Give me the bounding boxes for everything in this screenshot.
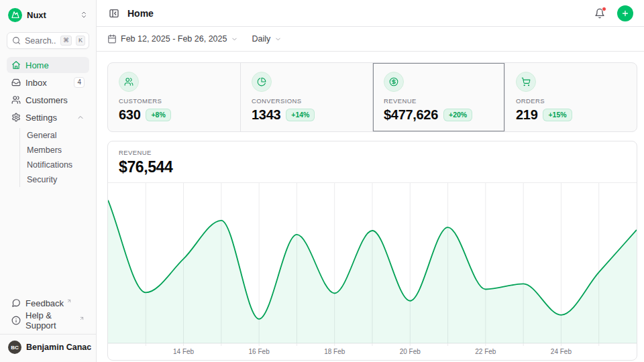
stat-label: REVENUE [384,97,494,105]
stat-value: $477,626 [384,107,438,123]
stat-card-conversions[interactable]: CONVERSIONS 1343 +14% [240,63,372,131]
kbd-k: K [76,36,85,46]
workspace-selector[interactable]: Nuxt [7,7,89,23]
stat-delta-badge: +20% [443,109,472,121]
stat-delta-badge: +15% [543,109,572,121]
users-icon [11,95,21,105]
stat-card-customers[interactable]: CUSTOMERS 630 +8% [108,63,240,131]
feedback-link[interactable]: Feedback [7,295,89,311]
content-area: CUSTOMERS 630 +8% CONVERSIONS 1343 +14% [97,52,644,362]
search-input-wrap[interactable]: ⌘ K [7,32,89,49]
sidebar-item-inbox[interactable]: Inbox 4 [7,74,89,90]
stat-label: ORDERS [516,97,626,105]
pie-chart-icon [252,72,272,92]
sidebar-item-notifications[interactable]: Notifications [20,158,89,172]
x-axis-label: 24 Feb [551,348,572,355]
stat-value: 219 [516,107,537,123]
chart-metric-value: $76,544 [119,158,626,176]
stat-delta-badge: +14% [286,109,315,121]
help-support-link[interactable]: Help & Support [7,312,89,328]
sidebar-item-settings[interactable]: Settings [7,109,89,125]
sidebar-item-general[interactable]: General [20,128,89,143]
nuxt-logo-icon [8,8,22,22]
chart-plot: 14 Feb16 Feb18 Feb20 Feb22 Feb24 Feb [108,183,637,360]
notifications-button[interactable] [593,7,606,20]
external-link-icon [79,316,85,321]
chevron-down-icon [274,36,282,43]
user-name: Benjamin Canac [26,343,91,352]
chart-header: REVENUE $76,544 [108,141,637,183]
sidebar-item-label: Settings [25,113,72,123]
dollar-circle-icon [384,72,404,92]
gear-icon [11,113,21,122]
x-axis-label: 16 Feb [249,348,270,355]
stat-value: 630 [119,107,140,123]
stat-card-orders[interactable]: ORDERS 219 +15% [504,63,637,131]
stats-panel: CUSTOMERS 630 +8% CONVERSIONS 1343 +14% [107,62,637,132]
collapse-sidebar-button[interactable] [107,7,121,20]
date-range-picker[interactable]: Feb 12, 2025 - Feb 26, 2025 [107,34,238,44]
external-link-icon [66,298,72,304]
sidebar-item-security[interactable]: Security [20,172,89,187]
granularity-label: Daily [252,34,270,44]
chart-metric-label: REVENUE [119,149,626,156]
granularity-select[interactable]: Daily [252,34,282,44]
sidebar-spacer [7,187,89,295]
app-root: Nuxt ⌘ K Home Inb [0,0,644,362]
search-input[interactable] [25,36,56,46]
feedback-label: Feedback [25,298,64,308]
notification-dot [602,7,606,11]
calendar-icon [107,34,117,44]
add-button[interactable] [617,5,633,21]
x-axis-label: 14 Feb [173,348,195,355]
sidebar-item-customers[interactable]: Customers [7,92,89,108]
stat-delta-badge: +8% [146,109,170,121]
user-menu[interactable]: BC Benjamin Canac [0,334,96,355]
main-panel: Home Feb 12, 2025 - Feb 26, 2025 Daily [97,0,644,362]
page-title: Home [127,8,586,19]
top-header: Home [97,0,644,27]
chevron-down-icon [231,36,238,43]
revenue-chart-card: REVENUE $76,544 14 Feb16 Feb18 Feb20 Feb… [107,141,637,361]
chevrons-up-down-icon [80,11,88,19]
home-icon [11,60,21,70]
info-circle-icon [11,316,21,325]
users-icon [119,72,139,92]
x-axis-label: 18 Feb [324,348,345,355]
x-axis-label: 20 Feb [400,348,421,355]
inbox-icon [11,78,21,87]
date-range-label: Feb 12, 2025 - Feb 26, 2025 [121,34,227,44]
sidebar-item-label: Home [25,60,85,70]
sidebar-item-members[interactable]: Members [20,143,89,158]
settings-subnav: General Members Notifications Security [19,128,89,187]
help-support-label: Help & Support [25,310,76,330]
chat-bubble-icon [11,298,21,308]
stat-label: CONVERSIONS [252,97,362,105]
kbd-cmd: ⌘ [60,36,72,46]
sidebar-item-home[interactable]: Home [7,57,89,73]
avatar: BC [8,341,21,354]
chevron-up-icon [76,113,85,121]
sidebar: Nuxt ⌘ K Home Inb [0,0,97,362]
filter-toolbar: Feb 12, 2025 - Feb 26, 2025 Daily [97,27,644,52]
stat-card-revenue[interactable]: REVENUE $477,626 +20% [372,63,504,131]
sidebar-nav: Home Inbox 4 Customers Settings [7,57,89,187]
x-axis-label: 22 Feb [475,348,496,355]
stat-value: 1343 [252,107,280,123]
sidebar-footer-links: Feedback Help & Support [7,295,89,328]
sidebar-item-label: Inbox [25,78,69,88]
workspace-name: Nuxt [27,10,75,20]
search-icon [12,36,21,45]
sidebar-item-label: Customers [25,95,85,105]
cart-icon [516,72,536,92]
inbox-count-badge: 4 [74,77,85,88]
revenue-area-chart[interactable]: 14 Feb16 Feb18 Feb20 Feb22 Feb24 Feb [108,183,637,360]
stat-label: CUSTOMERS [119,97,229,105]
